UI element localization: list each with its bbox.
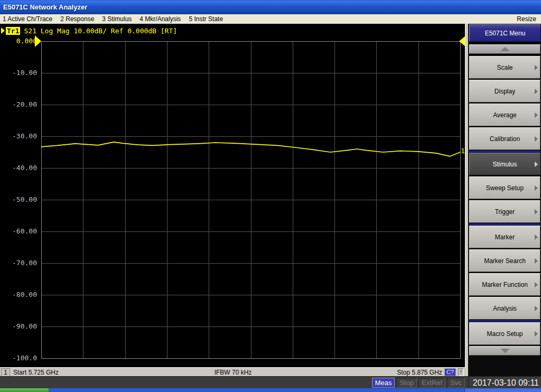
e5071c-screen: E5071C Network Analyzer 1 Active Ch/Trac… [0,0,541,392]
softkey-label: Stimulus [470,161,540,168]
status-stop: Stop [396,378,417,388]
menubar: 1 Active Ch/Trace2 Response3 Stimulus4 M… [0,14,541,24]
softkey-calibration[interactable]: Calibration [469,127,540,150]
window-titlebar[interactable]: E5071C Network Analyzer [0,0,541,14]
ifbw-label: IFBW 70 kHz [0,369,466,376]
softkey-display[interactable]: Display [469,80,540,102]
softkey-label: Macro Setup [470,330,540,338]
menubar-item-5[interactable]: 5 Instr State [189,15,223,23]
softkey-marker[interactable]: Marker [469,226,540,248]
submenu-arrow-icon [535,65,538,70]
softkey-label: Scale [470,64,540,71]
status-svc: Svc [447,378,465,388]
instrument-status-bar: Meas Stop ExtRef Svc 2017-03-10 09:11 [0,376,541,389]
y-axis-tick-label: -50.00 [1,195,37,204]
warning-badge: ! [458,368,464,376]
graph-area: Tr1 S21 Log Mag 10.00dB/ Ref 0.000dB [RT… [0,24,466,367]
start-button-sliver[interactable] [0,388,50,392]
channel-number-badge: 1 [1,368,10,377]
resize-button[interactable]: Resize [517,15,541,23]
submenu-arrow-icon [535,235,538,240]
status-extref: ExtRef [418,378,445,388]
softkey-label: Marker Search [470,257,540,265]
softkey-marker-search[interactable]: Marker Search [469,249,540,272]
softkey-menu: E5071C Menu ScaleDisplayAverageCalibrati… [468,24,541,376]
softkey-sweep-setup[interactable]: Sweep Setup [469,176,540,199]
softkey-list: ScaleDisplayAverageCalibrationStimulusSw… [468,56,541,345]
softkey-average[interactable]: Average [469,104,540,126]
y-axis-tick-label: -60.00 [1,227,37,236]
os-taskbar[interactable] [0,388,541,392]
menubar-item-4[interactable]: 4 Mkr/Analysis [139,15,181,23]
softkey-stimulus[interactable]: Stimulus [469,153,540,175]
channel-bar-right: Stop 5.875 GHz C? ! [397,368,466,376]
softkey-analysis[interactable]: Analysis [469,297,540,320]
softkey-marker-function[interactable]: Marker Function [469,273,540,296]
calibration-status-badge: C? [444,368,456,376]
y-axis-tick-label: -70.00 [1,259,37,267]
y-axis-tick-label: 0.000 [1,37,37,45]
softkey-macro-setup[interactable]: Macro Setup [469,322,540,345]
trace-header[interactable]: Tr1 S21 Log Mag 10.00dB/ Ref 0.000dB [RT… [1,26,177,35]
channel-status-bar: 1 Start 5.725 GHz IFBW 70 kHz Stop 5.875… [0,367,466,377]
system-tray-sliver [464,388,541,392]
start-frequency-label: Start 5.725 GHz [13,369,59,376]
y-axis-tick-label: -80.00 [1,291,37,299]
trace-plot [0,24,466,367]
arrow-down-icon [500,349,510,353]
submenu-arrow-icon [535,162,538,167]
softkey-group-separator [469,151,540,152]
trace-id-badge: Tr1 [6,27,20,35]
softkey-label: Trigger [470,208,540,216]
submenu-arrow-icon [535,136,538,142]
arrow-up-icon [500,47,510,51]
menubar-items: 1 Active Ch/Trace2 Response3 Stimulus4 M… [0,15,517,23]
menu-scroll-up-button[interactable] [469,44,540,54]
submenu-arrow-icon [535,113,538,118]
menubar-item-1[interactable]: 1 Active Ch/Trace [3,15,52,23]
status-meas: Meas [372,378,395,388]
softkey-menu-header: E5071C Menu [469,24,540,42]
submenu-arrow-icon [535,306,538,311]
softkey-label: Marker [470,234,540,241]
softkey-group-separator [469,320,540,322]
submenu-arrow-icon [535,258,538,264]
submenu-arrow-icon [535,89,538,94]
softkey-label: Analysis [470,305,540,312]
window-title: E5071C Network Analyzer [0,3,87,11]
status-datetime: 2017-03-10 09:11 [468,377,541,388]
softkey-scale[interactable]: Scale [469,56,540,79]
trace-line [41,142,460,156]
y-axis-tick-label: -20.00 [1,100,37,109]
softkey-label: Display [470,88,540,95]
y-axis-tick-label: -40.00 [1,164,37,172]
softkey-label: Average [470,111,540,119]
softkey-trigger[interactable]: Trigger [469,200,540,223]
y-axis-tick-label: -100.0 [1,354,37,362]
menubar-item-3[interactable]: 3 Stimulus [102,15,132,23]
submenu-arrow-icon [535,209,538,214]
softkey-label: Sweep Setup [470,184,540,192]
menu-scroll-down-button[interactable] [469,346,540,356]
softkey-label: Calibration [470,135,540,143]
softkey-group-separator [469,223,540,225]
softkey-label: Marker Function [470,281,540,288]
stop-frequency-label: Stop 5.875 GHz [397,369,442,376]
menubar-item-2[interactable]: 2 Response [60,15,94,23]
submenu-arrow-icon [535,331,538,337]
y-axis-tick-label: -10.00 [1,69,37,77]
trace-header-label: S21 Log Mag 10.00dB/ Ref 0.000dB [RT] [24,27,177,35]
y-axis-tick-label: -90.00 [1,322,37,331]
submenu-arrow-icon [535,185,538,191]
active-trace-arrow-icon [1,27,5,34]
y-axis-tick-label: -30.00 [1,132,37,141]
trace-end-label: 1 [461,147,465,155]
submenu-arrow-icon [535,282,538,287]
